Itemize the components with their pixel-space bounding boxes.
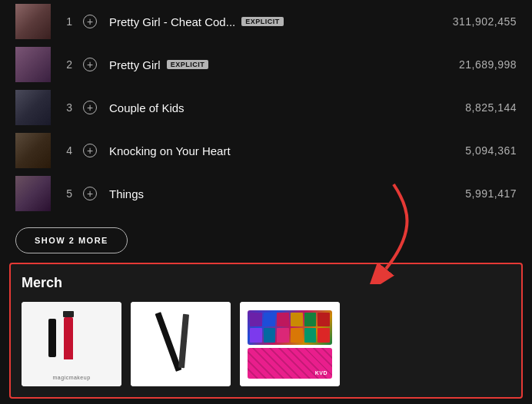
merch-product-image-3: KVD bbox=[240, 302, 340, 386]
add-track-button[interactable]: + bbox=[83, 101, 97, 114]
eyeliner-2 bbox=[178, 314, 189, 368]
track-number: 3 bbox=[60, 101, 72, 114]
track-number: 5 bbox=[60, 187, 72, 200]
track-play-count: 21,689,998 bbox=[459, 58, 517, 71]
merch-item[interactable] bbox=[131, 302, 231, 386]
track-play-count: 5,094,361 bbox=[465, 144, 517, 157]
track-title: Couple of Kids bbox=[109, 101, 185, 114]
track-play-count: 5,991,417 bbox=[465, 187, 517, 200]
table-row: 4 + Knocking on Your Heart 5,094,361 bbox=[15, 129, 517, 172]
table-row: 5 + Things 5,991,417 bbox=[15, 172, 517, 215]
track-thumbnail bbox=[15, 90, 51, 125]
track-title: Pretty Girl bbox=[109, 58, 161, 71]
mascara-tube bbox=[48, 319, 56, 357]
explicit-badge: EXPLICIT bbox=[241, 17, 284, 26]
track-thumbnail bbox=[15, 133, 51, 168]
add-track-button[interactable]: + bbox=[83, 58, 97, 71]
track-number: 4 bbox=[60, 144, 72, 157]
add-track-button[interactable]: + bbox=[83, 144, 97, 157]
merch-product-image-1: magicmakeup bbox=[22, 302, 121, 386]
lipstick-tube bbox=[64, 317, 73, 359]
track-title-area: Couple of Kids bbox=[109, 101, 456, 114]
track-title: Things bbox=[109, 187, 144, 200]
show-more-button[interactable]: SHOW 2 MORE bbox=[15, 227, 128, 253]
track-thumbnail bbox=[15, 176, 51, 211]
table-row: 2 + Pretty Girl EXPLICIT 21,689,998 bbox=[15, 43, 517, 86]
product-label: magicmakeup bbox=[52, 375, 90, 380]
table-row: 3 + Couple of Kids 8,825,144 bbox=[15, 86, 517, 129]
track-thumbnail bbox=[15, 47, 51, 82]
palette-brand: KVD bbox=[315, 370, 328, 376]
show-more-area: SHOW 2 MORE bbox=[0, 215, 532, 263]
add-track-button[interactable]: + bbox=[83, 15, 97, 28]
merch-items-list: magicmakeup bbox=[22, 302, 510, 386]
merch-item[interactable]: KVD bbox=[240, 302, 340, 386]
explicit-badge: EXPLICIT bbox=[167, 60, 209, 69]
track-title-area: Pretty Girl - Cheat Cod... EXPLICIT bbox=[109, 15, 444, 28]
track-play-count: 311,902,455 bbox=[453, 15, 517, 28]
track-title: Pretty Girl - Cheat Cod... bbox=[109, 15, 235, 28]
track-title-area: Things bbox=[109, 187, 456, 200]
track-thumbnail bbox=[15, 4, 51, 39]
merch-product-image-2 bbox=[131, 302, 231, 386]
track-play-count: 8,825,144 bbox=[465, 101, 517, 114]
track-title-area: Knocking on Your Heart bbox=[109, 144, 456, 157]
palette-top bbox=[248, 310, 332, 345]
track-list: 1 + Pretty Girl - Cheat Cod... EXPLICIT … bbox=[0, 0, 532, 215]
merch-section: Merch magicmakeup bbox=[9, 263, 523, 399]
add-track-button[interactable]: + bbox=[83, 187, 97, 200]
track-number: 2 bbox=[60, 58, 72, 71]
merch-title: Merch bbox=[22, 275, 510, 291]
eyeliner-1 bbox=[155, 312, 182, 372]
palette-bottom: KVD bbox=[248, 348, 332, 379]
track-number: 1 bbox=[60, 15, 72, 28]
table-row: 1 + Pretty Girl - Cheat Cod... EXPLICIT … bbox=[15, 0, 517, 43]
track-title-area: Pretty Girl EXPLICIT bbox=[109, 58, 450, 71]
main-container: 1 + Pretty Girl - Cheat Cod... EXPLICIT … bbox=[0, 0, 532, 404]
lipstick-cap bbox=[63, 311, 74, 317]
track-title: Knocking on Your Heart bbox=[109, 144, 231, 157]
merch-item[interactable]: magicmakeup bbox=[22, 302, 121, 386]
